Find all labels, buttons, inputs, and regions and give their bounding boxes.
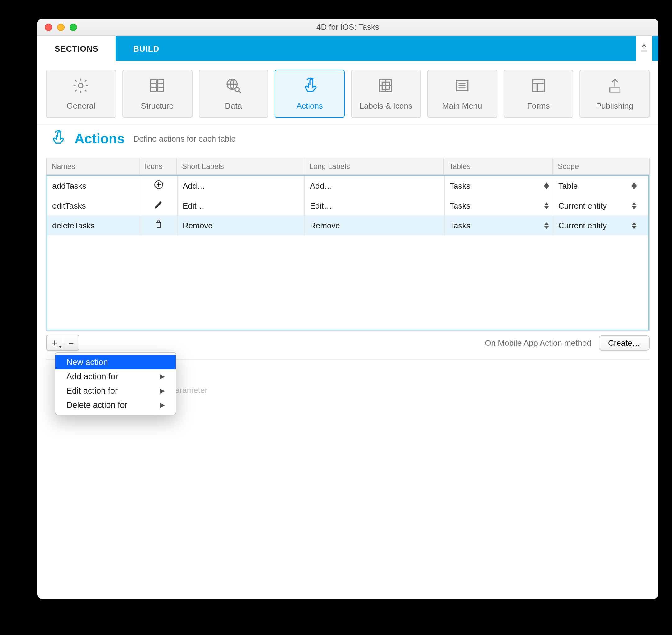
globe-search-icon — [225, 77, 242, 96]
cell-name[interactable]: deleteTasks — [47, 215, 140, 235]
svg-rect-8 — [532, 80, 544, 91]
add-action-button[interactable]: ＋ — [47, 335, 63, 350]
section-tile-label: Labels & Icons — [359, 101, 413, 110]
menu-item-label: Delete action for — [66, 400, 128, 410]
submenu-arrow-icon: ▶ — [160, 372, 165, 380]
cell-scope[interactable]: Current entity — [553, 196, 640, 215]
table-body[interactable]: addTasksAdd…Add…TasksTableeditTasksEdit…… — [47, 175, 649, 330]
menu-item[interactable]: Edit action for▶ — [55, 384, 176, 398]
section-tile-forms[interactable]: Forms — [503, 69, 573, 118]
section-tile-label: General — [67, 101, 96, 110]
tab-build[interactable]: BUILD — [116, 36, 177, 61]
add-remove-segment: ＋ − — [46, 334, 80, 351]
section-tile-labels[interactable]: Labels & Icons — [351, 69, 421, 118]
cell-icon[interactable] — [140, 196, 177, 215]
stepper-icon[interactable] — [544, 220, 550, 231]
section-tile-data[interactable]: Data — [198, 69, 269, 118]
cell-name[interactable]: addTasks — [47, 176, 140, 196]
section-tile-label: Main Menu — [442, 101, 482, 110]
titlebar: 4D for iOS: Tasks — [37, 19, 658, 36]
col-short[interactable]: Short Labels — [177, 158, 304, 174]
table-header: Names Icons Short Labels Long Labels Tab… — [47, 158, 649, 175]
table-row[interactable]: deleteTasksRemoveRemoveTasksCurrent enti… — [47, 215, 648, 235]
svg-rect-1 — [151, 80, 156, 91]
menu-item[interactable]: Delete action for▶ — [55, 398, 176, 412]
cell-icon[interactable] — [140, 215, 177, 235]
plus-circle-icon — [153, 179, 164, 192]
tap-icon — [301, 77, 318, 96]
page-subtitle: Define actions for each table — [133, 134, 236, 144]
col-icons[interactable]: Icons — [140, 158, 177, 174]
section-tile-label: Forms — [527, 101, 550, 110]
table-row[interactable]: editTasksEdit…Edit…TasksCurrent entity — [47, 196, 648, 215]
cell-long[interactable]: Remove — [305, 215, 445, 235]
section-tile-publishing[interactable]: Publishing — [580, 69, 650, 118]
menu-item-label: Edit action for — [66, 386, 118, 395]
section-tile-general[interactable]: General — [46, 69, 116, 118]
menu-item[interactable]: Add action for▶ — [55, 369, 176, 384]
section-tile-actions[interactable]: Actions — [275, 69, 345, 118]
section-tile-label: Actions — [297, 101, 323, 110]
stepper-icon[interactable] — [544, 180, 550, 191]
col-long[interactable]: Long Labels — [304, 158, 444, 174]
cell-short[interactable]: Remove — [177, 215, 305, 235]
menu-item[interactable]: New action — [55, 355, 176, 369]
section-tiles: General Structure Data Actions — [37, 61, 658, 124]
section-tile-label: Data — [225, 101, 242, 110]
svg-point-4 — [235, 87, 239, 91]
close-button[interactable] — [45, 23, 52, 31]
upload-icon — [606, 77, 623, 96]
method-label: On Mobile App Action method — [485, 338, 591, 347]
cell-table[interactable]: Tasks — [445, 215, 553, 235]
col-names[interactable]: Names — [47, 158, 140, 174]
submenu-arrow-icon: ▶ — [160, 387, 165, 395]
cell-scope[interactable]: Current entity — [553, 215, 640, 235]
pencil-icon — [153, 199, 164, 212]
layout-icon — [530, 77, 547, 96]
svg-rect-2 — [158, 80, 164, 91]
cell-icon[interactable] — [140, 176, 177, 196]
zoom-button[interactable] — [69, 23, 77, 31]
cell-short[interactable]: Add… — [177, 176, 305, 196]
window-controls — [37, 23, 77, 31]
export-button[interactable] — [636, 36, 652, 61]
tab-sections[interactable]: SECTIONS — [37, 36, 116, 61]
svg-rect-11 — [157, 222, 160, 227]
cell-table[interactable]: Tasks — [445, 196, 553, 215]
menu-item-label: New action — [66, 357, 108, 367]
table-row[interactable]: addTasksAdd…Add…TasksTable — [47, 176, 648, 196]
cell-name[interactable]: editTasks — [47, 196, 140, 215]
gear-icon — [72, 77, 90, 96]
stepper-icon[interactable] — [632, 180, 638, 191]
cell-table[interactable]: Tasks — [445, 176, 553, 196]
remove-action-button[interactable]: − — [63, 335, 79, 350]
cell-long[interactable]: Add… — [305, 176, 445, 196]
page-title: Actions — [75, 131, 125, 147]
stepper-icon[interactable] — [544, 200, 550, 211]
window-title: 4D for iOS: Tasks — [37, 22, 658, 32]
cell-scope[interactable]: Table — [553, 176, 640, 196]
grid-icon — [377, 77, 395, 96]
cell-short[interactable]: Edit… — [177, 196, 305, 215]
table-icon — [148, 77, 166, 96]
menu-item-label: Add action for — [66, 372, 118, 381]
page-header: Actions Define actions for each table — [37, 124, 658, 158]
section-tile-structure[interactable]: Structure — [122, 69, 192, 118]
minimize-button[interactable] — [57, 23, 65, 31]
submenu-arrow-icon: ▶ — [160, 401, 165, 409]
dropdown-indicator-icon — [58, 346, 61, 348]
trash-icon — [153, 219, 164, 232]
table-footer: ＋ − On Mobile App Action method Create… … — [46, 331, 650, 351]
create-method-button[interactable]: Create… — [599, 335, 650, 350]
minus-icon: − — [68, 337, 74, 348]
stepper-icon[interactable] — [632, 220, 638, 231]
section-tile-mainmenu[interactable]: Main Menu — [427, 69, 498, 118]
stepper-icon[interactable] — [632, 200, 638, 211]
plus-icon: ＋ — [50, 337, 59, 349]
actions-table: Names Icons Short Labels Long Labels Tab… — [46, 158, 650, 331]
col-scope[interactable]: Scope — [553, 158, 640, 174]
add-action-menu: New actionAdd action for▶Edit action for… — [55, 352, 176, 415]
cell-long[interactable]: Edit… — [305, 196, 445, 215]
section-tile-label: Structure — [141, 101, 174, 110]
col-tables[interactable]: Tables — [444, 158, 553, 174]
